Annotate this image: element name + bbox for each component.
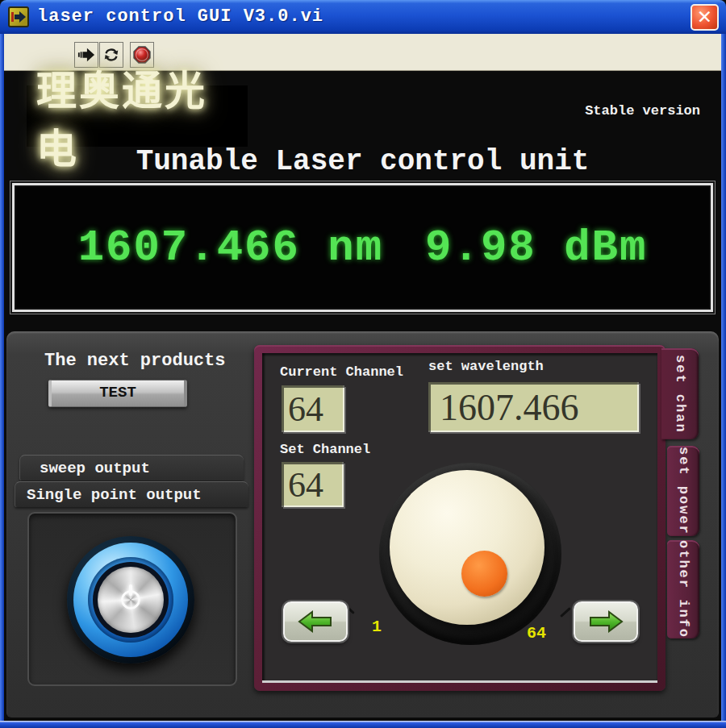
company-logo-box: 理奥通光电 xyxy=(27,85,248,147)
tab-set-power[interactable]: set power xyxy=(667,446,699,536)
app-window: laser control GUI V3.0.vi ✕ xyxy=(0,0,726,728)
tab-set-chan[interactable]: set chan xyxy=(661,348,699,439)
tab-single-point-output[interactable]: Single point output xyxy=(15,481,248,507)
tab-set-power-label: set power xyxy=(676,447,691,535)
knob-max-label: 64 xyxy=(527,624,546,643)
laser-output-area xyxy=(27,512,237,686)
channel-panel: Current Channel 64 set wavelength 1607.4… xyxy=(262,353,657,683)
channel-panel-frame: Current Channel 64 set wavelength 1607.4… xyxy=(254,345,666,691)
channel-decrement-button[interactable] xyxy=(283,601,348,642)
window-title: laser control GUI V3.0.vi xyxy=(37,6,323,27)
set-channel-label: Set Channel xyxy=(280,442,370,457)
window-border-right xyxy=(721,34,726,728)
power-button-bezel xyxy=(93,562,169,638)
tab-set-chan-label: set chan xyxy=(673,355,688,434)
set-wavelength-label: set wavelength xyxy=(428,359,544,374)
power-button-glow-ring xyxy=(73,543,188,657)
set-wavelength-input[interactable]: 1607.466 xyxy=(428,382,639,432)
channel-knob[interactable] xyxy=(379,463,561,645)
titlebar[interactable]: laser control GUI V3.0.vi ✕ xyxy=(0,0,726,34)
power-readout: 9.98 dBm xyxy=(425,223,647,272)
test-button[interactable]: TEST xyxy=(48,380,187,407)
green-right-arrow-icon xyxy=(587,609,624,634)
window-border-bottom xyxy=(0,721,726,728)
control-panel: The next products TEST sweep output Sing… xyxy=(6,331,719,718)
tab-other-info-label: other info xyxy=(676,540,691,639)
tab-other-info[interactable]: other info xyxy=(667,540,699,639)
power-button-inner-ring xyxy=(88,557,173,643)
current-channel-indicator: 64 xyxy=(282,385,344,432)
tab-sweep-output[interactable]: sweep output xyxy=(19,455,244,480)
channel-increment-button[interactable] xyxy=(574,601,638,642)
green-left-arrow-icon xyxy=(297,609,334,634)
current-channel-label: Current Channel xyxy=(280,364,403,380)
set-channel-input[interactable]: 64 xyxy=(282,462,344,507)
front-panel: 理奥通光电 Stable version Tunable Laser contr… xyxy=(4,71,721,721)
knob-indicator-dot xyxy=(461,551,507,597)
power-icon xyxy=(121,590,140,609)
page-title: Tunable Laser control unit xyxy=(4,145,721,178)
labview-app-icon xyxy=(8,6,29,27)
tab-single-point-output-label: Single point output xyxy=(27,486,202,504)
knob-min-label: 1 xyxy=(372,618,382,636)
tab-sweep-output-label: sweep output xyxy=(40,460,150,477)
next-products-label: The next products xyxy=(44,351,225,371)
channel-knob-ball[interactable] xyxy=(390,470,544,625)
knob-tick-max xyxy=(560,607,571,618)
labview-arrow-glyph xyxy=(11,10,26,23)
close-button[interactable]: ✕ xyxy=(691,4,719,31)
laser-readout-display: 1607.466 nm 9.98 dBm xyxy=(12,183,713,312)
laser-power-button[interactable] xyxy=(67,536,194,664)
power-button-cap xyxy=(98,567,164,633)
stable-version-label: Stable version xyxy=(585,103,700,119)
wavelength-readout: 1607.466 nm xyxy=(78,223,383,272)
